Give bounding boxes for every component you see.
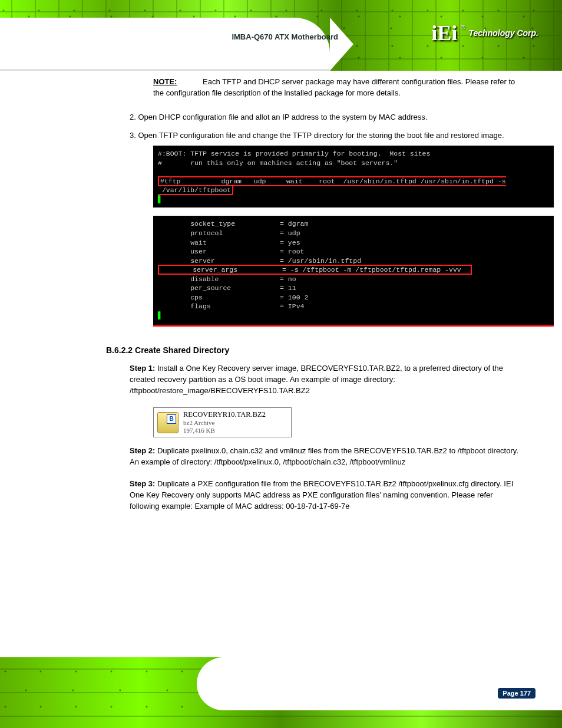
step-3-body: Duplicate a PXE configuration file from …: [130, 479, 513, 510]
create-step-1: Step 1: Install a One Key Recovery serve…: [130, 363, 524, 397]
t1-highlight: #tftp dgram udp wait root /usr/sbin/in.t…: [158, 176, 506, 196]
file-meta: RECOVERYR10.TAR.BZ2 bz2 Archive 197,416 …: [183, 410, 266, 434]
note-body: Each TFTP and DHCP server package may ha…: [153, 77, 515, 97]
t2-line8: per_source = 11: [158, 284, 296, 292]
step-2-text: 2. Open DHCP configuration file and allo…: [130, 113, 427, 121]
create-step-3: Step 3: Duplicate a PXE configuration fi…: [130, 479, 524, 512]
cursor-icon: ▋: [158, 312, 162, 319]
file-card: RECOVERYR10.TAR.BZ2 bz2 Archive 197,416 …: [153, 407, 292, 437]
create-step-2: Step 2: Duplicate pxelinux.0, chain.c32 …: [130, 446, 524, 468]
note-block: NOTE: Each TFTP and DHCP server package …: [153, 77, 524, 99]
t2-line1: socket_type = dgram: [158, 220, 308, 228]
section-heading: B.6.2.2 Create Shared Directory: [106, 344, 524, 356]
step-2-label: Step 2:: [130, 446, 157, 455]
archive-icon: [157, 412, 178, 433]
note-label: NOTE:: [153, 77, 177, 86]
t1-line1: #:BOOT: TFTP service is provided primari…: [158, 150, 430, 157]
page-number: Page 177: [498, 688, 535, 699]
footer-decor: [0, 657, 562, 728]
t2-line10: flags = IPv4: [158, 302, 304, 310]
t2-line9: cps = 100 2: [158, 294, 308, 301]
file-type: bz2 Archive: [183, 419, 266, 427]
step-3-text: 3. Open TFTP configuration file and chan…: [130, 131, 504, 140]
product-title: IMBA-Q670 ATX Motherboard: [232, 32, 338, 41]
t1-line2: # run this only on machines acting as "b…: [158, 159, 398, 167]
step-1-body: Install a One Key Recovery server image,…: [130, 364, 503, 395]
step-2-body: Duplicate pxelinux.0, chain.c32 and vmli…: [130, 446, 518, 466]
page-content: NOTE: Each TFTP and DHCP server package …: [65, 77, 524, 523]
footer-curve: [197, 657, 562, 710]
header-curve: [0, 18, 330, 71]
cursor-icon: ▋: [158, 196, 162, 203]
t2-line4: user = root: [158, 248, 304, 255]
step-1-label: Step 1:: [130, 364, 157, 373]
terminal-inetd: #:BOOT: TFTP service is provided primari…: [153, 146, 554, 207]
step-3-label: Step 3:: [130, 479, 157, 488]
t2-line5: server = /usr/sbin/in.tftpd: [158, 257, 361, 265]
t2-line2: protocol = udp: [158, 229, 300, 237]
file-size: 197,416 KB: [183, 427, 266, 434]
step-2: 2. Open DHCP configuration file and allo…: [130, 112, 524, 123]
file-name: RECOVERYR10.TAR.BZ2: [183, 410, 266, 419]
logo-letters: iEi: [431, 21, 457, 45]
step-3: 3. Open TFTP configuration file and chan…: [130, 130, 524, 141]
t2-line3: wait = yes: [158, 239, 300, 246]
brand-logo: iEi ® Technology Corp.: [431, 21, 538, 45]
logo-tagline: Technology Corp.: [469, 28, 538, 38]
t2-line7: disable = no: [158, 275, 296, 283]
logo-reg: ®: [461, 24, 465, 31]
t2-highlight: server_args = -s /tftpboot -m /tftpboot/…: [158, 265, 472, 275]
terminal-xinetd: socket_type = dgram protocol = udp wait …: [153, 216, 554, 327]
